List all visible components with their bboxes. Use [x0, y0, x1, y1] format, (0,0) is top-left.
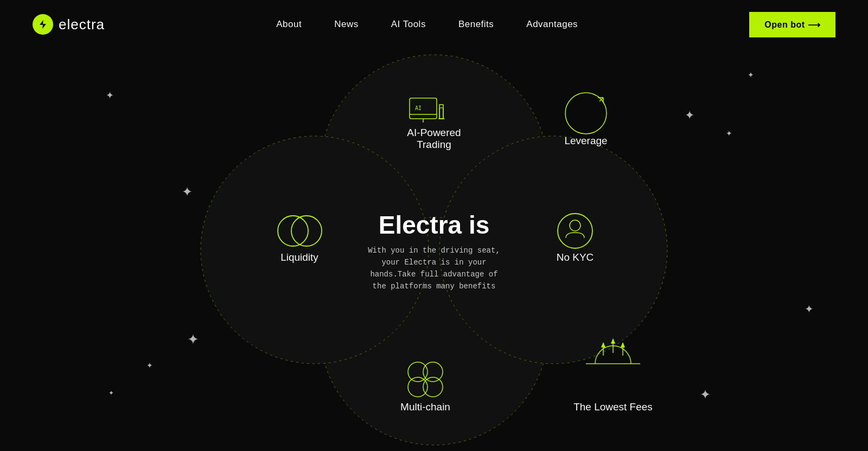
svg-text:The Lowest Fees: The Lowest Fees	[573, 401, 653, 413]
svg-text:AI-Powered: AI-Powered	[407, 127, 461, 138]
svg-text:Multi-chain: Multi-chain	[400, 401, 450, 413]
svg-text:the platforms many benefits: the platforms many benefits	[373, 282, 496, 291]
logo[interactable]: electra	[33, 14, 105, 35]
navigation: electra About News AI Tools Benefits Adv…	[0, 0, 868, 49]
svg-marker-0	[40, 20, 46, 29]
svg-text:AI: AI	[415, 105, 422, 111]
nav-links: About News AI Tools Benefits Advantages	[276, 19, 578, 30]
svg-text:your Electra is in your: your Electra is in your	[381, 258, 486, 267]
nav-benefits[interactable]: Benefits	[458, 19, 494, 29]
svg-text:Electra is: Electra is	[379, 211, 490, 239]
nav-news[interactable]: News	[334, 19, 359, 29]
nav-about[interactable]: About	[276, 19, 302, 29]
svg-marker-36	[621, 342, 625, 347]
flower-layout: AI AI-Powered Trading Leverage Liquidity…	[136, 49, 732, 450]
logo-icon	[33, 14, 53, 35]
svg-text:With you in the driving seat,: With you in the driving seat,	[368, 246, 500, 255]
nav-advantages[interactable]: Advantages	[526, 19, 578, 29]
svg-point-14	[565, 93, 607, 134]
svg-text:No KYC: No KYC	[557, 252, 594, 263]
svg-text:Liquidity: Liquidity	[280, 252, 318, 263]
brand-name: electra	[59, 16, 105, 33]
svg-text:hands.Take full advantage of: hands.Take full advantage of	[370, 270, 497, 279]
svg-text:Leverage: Leverage	[564, 135, 607, 146]
nav-ai-tools[interactable]: AI Tools	[391, 19, 426, 29]
main-content: AI AI-Powered Trading Leverage Liquidity…	[0, 49, 868, 451]
svg-text:Trading: Trading	[417, 139, 451, 150]
open-bot-button[interactable]: Open bot ⟶	[749, 12, 835, 37]
